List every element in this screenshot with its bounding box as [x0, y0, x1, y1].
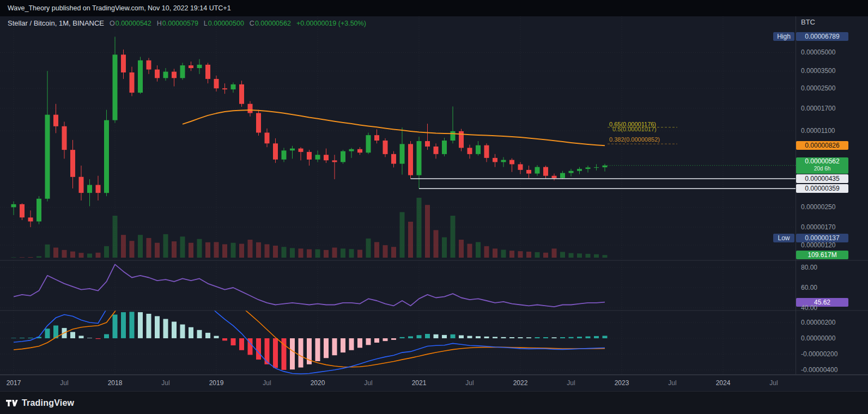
time-axis-year-label: 2019	[209, 379, 224, 387]
support-lines	[411, 179, 796, 188]
price-scale[interactable]: 0.000067890.000050000.000035000.00002500…	[796, 16, 868, 375]
publish-bar: Wave_Theory published on TradingView.com…	[0, 0, 868, 16]
price-scale-label: 0.00005000	[801, 48, 835, 57]
change-value: +0.00000019 (+3.50%)	[296, 20, 366, 27]
symbol-title[interactable]: Stellar / Bitcoin, 1M, BINANCE	[8, 19, 104, 27]
chart-root: Stellar / Bitcoin, 1M, BINANCE O0.000005…	[0, 16, 868, 375]
footer: TradingView	[0, 391, 868, 414]
legend: Stellar / Bitcoin, 1M, BINANCE O0.000005…	[8, 19, 366, 27]
price-scale-badge: 0.00000359	[796, 184, 848, 193]
volume-bars	[11, 198, 608, 258]
time-axis-month-label: Jul	[668, 379, 676, 387]
grid	[0, 16, 796, 375]
price-scale-badge: High	[773, 32, 794, 41]
price-scale-badge: 0.00000826	[796, 141, 848, 150]
high-value: 0.00000579	[162, 20, 198, 27]
time-axis-year-label: 2021	[412, 379, 427, 387]
time-axis-year-label: 2022	[513, 379, 528, 387]
price-scale-label: 0.00000120	[801, 241, 835, 249]
open-label: O	[110, 20, 115, 27]
price-scale-label: -0.00000400	[801, 366, 837, 374]
time-axis-month-label: Jul	[769, 379, 778, 387]
price-scale-label: 0.00000000	[801, 334, 835, 343]
time-axis-month-label: Jul	[60, 379, 68, 387]
price-scale-label: 80.00	[801, 263, 817, 272]
fib-label[interactable]: 0.382(0.00000852)	[609, 136, 660, 143]
close-value: 0.00000562	[255, 20, 291, 27]
high-label: H	[157, 20, 162, 27]
time-axis-month-label: Jul	[161, 379, 169, 387]
publish-info: Wave_Theory published on TradingView.com…	[8, 4, 231, 12]
chart-canvas[interactable]	[0, 16, 868, 375]
open-value: 0.00000542	[116, 20, 151, 27]
ohlc-open: O0.00000542	[110, 20, 151, 27]
price-scale-label: 0.00003500	[801, 66, 835, 75]
time-axis-year-label: 2017	[7, 379, 21, 387]
price-scale-badge: Low	[773, 234, 794, 242]
price-scale-badge: 0.00006789	[796, 32, 848, 41]
time-axis-year-label: 2020	[311, 379, 325, 387]
candles	[11, 37, 608, 228]
tradingview-wordmark[interactable]: TradingView	[22, 398, 74, 408]
price-scale-label: 0.00002500	[801, 84, 835, 93]
time-axis[interactable]: 2017Jul2018Jul2019Jul2020Jul2021Jul2022J…	[0, 375, 868, 391]
rsi-line	[14, 264, 605, 307]
price-scale-label: 0.00001100	[801, 126, 835, 135]
time-axis-month-label: Jul	[567, 379, 575, 387]
time-axis-month-label: Jul	[465, 379, 474, 387]
time-axis-year-label: 2023	[615, 379, 629, 387]
ma-line	[183, 110, 605, 145]
time-axis-year-label: 2024	[716, 379, 731, 387]
tradingview-snapshot: Wave_Theory published on TradingView.com…	[0, 0, 868, 414]
price-scale-label: 0.00000200	[801, 318, 835, 327]
ohlc-high: H0.00000579	[157, 20, 198, 27]
price-scale-label: 0.00000170	[801, 223, 835, 232]
time-axis-month-label: Jul	[263, 379, 271, 387]
price-scale-label: -0.00000200	[801, 350, 837, 358]
price-scale-label: 60.00	[801, 283, 817, 292]
price-scale-label: 40.00	[801, 303, 817, 312]
tradingview-logo-icon[interactable]	[5, 398, 18, 409]
fib-label[interactable]: 0.5(0.00001017)	[612, 126, 657, 132]
price-scale-badge: 0.00000435	[796, 174, 848, 183]
low-label: L	[204, 20, 208, 27]
price-scale-separator	[796, 16, 796, 391]
macd-histogram	[11, 312, 608, 370]
close-label: C	[250, 20, 254, 27]
price-scale-badge: 109.617M	[796, 251, 848, 259]
time-axis-month-label: Jul	[364, 379, 372, 387]
time-axis-year-label: 2018	[108, 379, 123, 387]
price-scale-badge: 0.0000056220d 6h	[796, 157, 848, 174]
ohlc-close: C0.00000562	[250, 20, 291, 27]
ohlc-low: L0.00000500	[204, 20, 244, 27]
price-scale-label: 0.00001700	[801, 104, 835, 113]
low-value: 0.00000500	[208, 20, 244, 27]
price-scale-label: 0.00000250	[801, 203, 835, 211]
